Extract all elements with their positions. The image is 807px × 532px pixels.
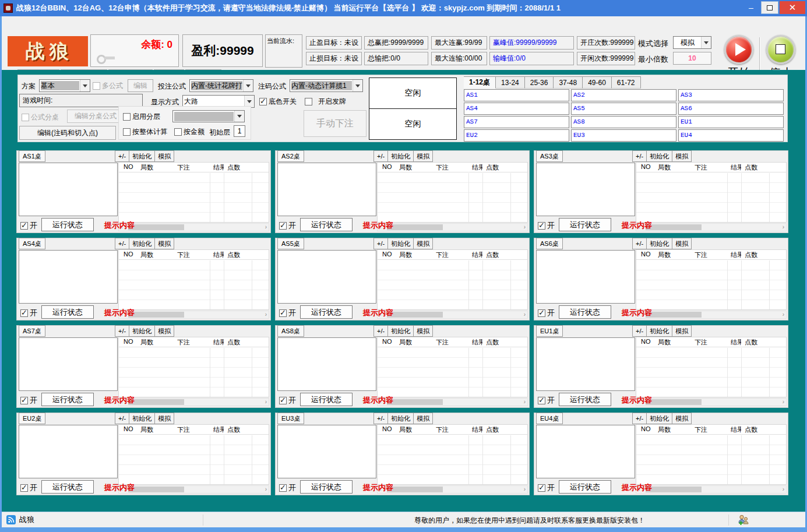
initialize-tab[interactable]: 初始化 bbox=[129, 325, 155, 337]
panel-name-tab[interactable]: AS3桌 bbox=[536, 150, 563, 162]
scrollbar-thumb[interactable] bbox=[128, 487, 184, 492]
scroll-right-icon[interactable]: › bbox=[524, 399, 526, 405]
run-status-button[interactable]: 运行状态 bbox=[300, 480, 353, 494]
initialize-tab[interactable]: 初始化 bbox=[388, 238, 414, 249]
horizontal-scrollbar[interactable]: ‹ › bbox=[118, 311, 269, 319]
table-cell[interactable]: AS7 bbox=[464, 116, 569, 128]
panel-open-checkbox[interactable]: 开 bbox=[20, 220, 37, 231]
init-layer-input[interactable] bbox=[234, 125, 245, 137]
panel-open-checkbox[interactable]: 开 bbox=[538, 395, 555, 406]
horizontal-scrollbar[interactable]: ‹ › bbox=[377, 223, 528, 231]
horizontal-scrollbar[interactable]: ‹ › bbox=[118, 398, 269, 406]
horizontal-scrollbar[interactable]: ‹ › bbox=[377, 398, 528, 406]
table-range-tab[interactable]: 49-60 bbox=[583, 76, 612, 89]
table-cell[interactable]: EU4 bbox=[678, 129, 784, 142]
run-status-button[interactable]: 运行状态 bbox=[41, 480, 94, 494]
horizontal-scrollbar[interactable]: ‹ › bbox=[377, 485, 528, 494]
table-cell[interactable]: AS3 bbox=[678, 89, 784, 101]
bet-formula-select[interactable]: 内置-统计花牌打庄 bbox=[189, 79, 253, 92]
simulate-tab[interactable]: 模拟 bbox=[672, 238, 692, 249]
plus-minus-tab[interactable]: +/- bbox=[373, 413, 388, 424]
initialize-tab[interactable]: 初始化 bbox=[129, 150, 155, 162]
horizontal-scrollbar[interactable]: ‹ › bbox=[118, 223, 269, 231]
minimize-button[interactable]: – bbox=[742, 1, 760, 14]
by-amount-checkbox[interactable]: 按金额 bbox=[174, 127, 205, 137]
panel-name-tab[interactable]: AS4桌 bbox=[19, 238, 45, 249]
panel-name-tab[interactable]: AS2桌 bbox=[277, 150, 304, 162]
initialize-tab[interactable]: 初始化 bbox=[647, 413, 672, 424]
panel-open-checkbox[interactable]: 开 bbox=[538, 220, 555, 231]
run-status-button[interactable]: 运行状态 bbox=[41, 393, 94, 406]
scroll-right-icon[interactable]: › bbox=[783, 311, 784, 318]
table-range-tab[interactable]: 37-48 bbox=[554, 76, 583, 89]
panel-name-tab[interactable]: EU1桌 bbox=[536, 325, 563, 337]
panel-open-checkbox[interactable]: 开 bbox=[279, 220, 296, 231]
panel-open-checkbox[interactable]: 开 bbox=[20, 482, 37, 493]
scrollbar-thumb[interactable] bbox=[387, 487, 443, 492]
panel-open-checkbox[interactable]: 开 bbox=[20, 395, 37, 406]
run-status-button[interactable]: 运行状态 bbox=[300, 218, 353, 231]
panel-open-checkbox[interactable]: 开 bbox=[279, 482, 296, 493]
scrollbar-thumb[interactable] bbox=[128, 224, 184, 230]
horizontal-scrollbar[interactable]: ‹ › bbox=[636, 311, 787, 319]
stop-button[interactable] bbox=[766, 35, 795, 64]
scroll-right-icon[interactable]: › bbox=[783, 486, 784, 492]
table-cell[interactable]: EU2 bbox=[464, 129, 569, 142]
plus-minus-tab[interactable]: +/- bbox=[632, 413, 647, 424]
initialize-tab[interactable]: 初始化 bbox=[129, 413, 155, 424]
maximize-button[interactable] bbox=[761, 1, 778, 14]
scrollbar-thumb[interactable] bbox=[646, 399, 702, 405]
horizontal-scrollbar[interactable]: ‹ › bbox=[636, 223, 787, 231]
plus-minus-tab[interactable]: +/- bbox=[632, 238, 647, 249]
initialize-tab[interactable]: 初始化 bbox=[647, 150, 672, 162]
table-cell[interactable]: AS4 bbox=[464, 103, 569, 115]
run-status-button[interactable]: 运行状态 bbox=[559, 305, 611, 319]
plus-minus-tab[interactable]: +/- bbox=[115, 150, 129, 162]
panel-name-tab[interactable]: EU4桌 bbox=[536, 413, 563, 424]
initialize-tab[interactable]: 初始化 bbox=[388, 150, 414, 162]
scrollbar-thumb[interactable] bbox=[387, 312, 443, 318]
simulate-tab[interactable]: 模拟 bbox=[414, 150, 433, 162]
simulate-tab[interactable]: 模拟 bbox=[672, 150, 692, 162]
simulate-tab[interactable]: 模拟 bbox=[672, 413, 692, 424]
panel-name-tab[interactable]: AS5桌 bbox=[277, 238, 304, 249]
scroll-right-icon[interactable]: › bbox=[265, 311, 267, 318]
scroll-right-icon[interactable]: › bbox=[265, 399, 267, 405]
table-range-tab[interactable]: 61-72 bbox=[612, 76, 641, 89]
scroll-right-icon[interactable]: › bbox=[524, 311, 526, 318]
scrollbar-thumb[interactable] bbox=[128, 312, 184, 318]
edit-note-cutin-button[interactable]: 编辑(注码和切入点) bbox=[19, 126, 116, 140]
run-status-button[interactable]: 运行状态 bbox=[559, 218, 611, 231]
simulate-tab[interactable]: 模拟 bbox=[155, 413, 174, 424]
simulate-tab[interactable]: 模拟 bbox=[672, 325, 692, 337]
run-status-button[interactable]: 运行状态 bbox=[559, 393, 611, 406]
by-whole-checkbox[interactable]: 按整体计算 bbox=[123, 127, 167, 137]
start-button[interactable] bbox=[724, 35, 753, 64]
run-status-button[interactable]: 运行状态 bbox=[300, 305, 353, 319]
scroll-right-icon[interactable]: › bbox=[265, 486, 267, 492]
scroll-right-icon[interactable]: › bbox=[524, 224, 526, 230]
horizontal-scrollbar[interactable]: ‹ › bbox=[636, 485, 787, 494]
panel-open-checkbox[interactable]: 开 bbox=[20, 308, 37, 318]
table-range-tab[interactable]: 1-12桌 bbox=[464, 76, 496, 89]
panel-open-checkbox[interactable]: 开 bbox=[538, 482, 555, 493]
plus-minus-tab[interactable]: +/- bbox=[373, 150, 388, 162]
panel-name-tab[interactable]: EU3桌 bbox=[277, 413, 304, 424]
scroll-right-icon[interactable]: › bbox=[524, 486, 526, 492]
plus-minus-tab[interactable]: +/- bbox=[373, 238, 388, 249]
scrollbar-thumb[interactable] bbox=[387, 399, 443, 405]
simulate-tab[interactable]: 模拟 bbox=[155, 150, 174, 162]
note-formula-select[interactable]: 内置-动态计算揽1 bbox=[290, 79, 363, 92]
table-range-tab[interactable]: 25-36 bbox=[525, 76, 554, 89]
run-status-button[interactable]: 运行状态 bbox=[41, 218, 94, 231]
deal-switch-checkbox[interactable]: 开启发牌 bbox=[305, 97, 346, 107]
scrollbar-thumb[interactable] bbox=[646, 487, 702, 492]
panel-name-tab[interactable]: AS7桌 bbox=[19, 325, 45, 337]
panel-open-checkbox[interactable]: 开 bbox=[279, 395, 296, 406]
table-cell[interactable]: AS5 bbox=[571, 103, 676, 115]
plus-minus-tab[interactable]: +/- bbox=[632, 150, 647, 162]
scrollbar-thumb[interactable] bbox=[128, 399, 184, 405]
mode-select[interactable]: 模拟 bbox=[673, 36, 711, 49]
scroll-right-icon[interactable]: › bbox=[265, 224, 267, 230]
horizontal-scrollbar[interactable]: ‹ › bbox=[118, 485, 269, 494]
